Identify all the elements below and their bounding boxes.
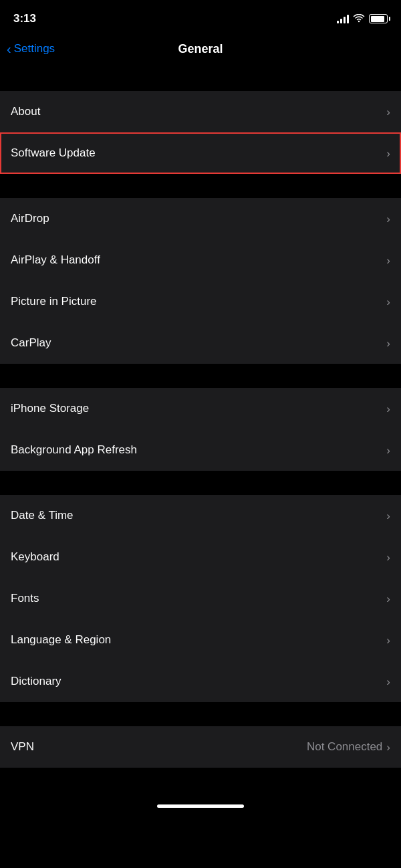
row-background-app-refresh-right: › xyxy=(386,445,390,456)
row-keyboard[interactable]: Keyboard › xyxy=(0,536,401,578)
section-gap-5 xyxy=(0,702,401,726)
row-software-update[interactable]: Software Update › xyxy=(0,132,401,174)
svg-point-0 xyxy=(358,21,360,22)
row-carplay[interactable]: CarPlay › xyxy=(0,322,401,364)
row-iphone-storage-label: iPhone Storage xyxy=(11,402,89,415)
status-icons xyxy=(337,14,388,23)
row-date-time-right: › xyxy=(386,510,390,522)
section-gap-4 xyxy=(0,471,401,495)
row-vpn-right: Not Connected › xyxy=(307,740,390,754)
status-time: 3:13 xyxy=(13,12,36,25)
section-2: AirDrop › AirPlay & Handoff › Picture in… xyxy=(0,198,401,364)
section-gap-3 xyxy=(0,364,401,388)
chevron-keyboard-icon: › xyxy=(386,552,390,563)
row-airplay-handoff-right: › xyxy=(386,255,390,266)
section-vpn: VPN Not Connected › xyxy=(0,726,401,768)
row-carplay-right: › xyxy=(386,338,390,349)
chevron-fonts-icon: › xyxy=(386,593,390,605)
row-iphone-storage-right: › xyxy=(386,403,390,415)
nav-header: ‹ Settings General xyxy=(0,33,401,67)
chevron-date-time-icon: › xyxy=(386,510,390,522)
row-picture-in-picture-right: › xyxy=(386,296,390,308)
row-keyboard-right: › xyxy=(386,552,390,563)
row-dictionary[interactable]: Dictionary › xyxy=(0,661,401,702)
row-about-label: About xyxy=(11,105,40,118)
home-indicator-bar xyxy=(157,804,244,808)
row-vpn-label: VPN xyxy=(11,740,34,754)
row-software-update-label: Software Update xyxy=(11,146,96,160)
home-indicator xyxy=(0,794,401,817)
back-chevron-icon: ‹ xyxy=(7,42,11,56)
chevron-dictionary-icon: › xyxy=(386,676,390,687)
page-title: General xyxy=(178,42,223,56)
row-dictionary-right: › xyxy=(386,676,390,687)
chevron-airdrop-icon: › xyxy=(386,213,390,225)
row-dictionary-label: Dictionary xyxy=(11,675,61,688)
chevron-airplay-handoff-icon: › xyxy=(386,255,390,266)
battery-icon xyxy=(369,14,388,23)
row-iphone-storage[interactable]: iPhone Storage › xyxy=(0,388,401,429)
row-background-app-refresh[interactable]: Background App Refresh › xyxy=(0,429,401,471)
signal-bar-4 xyxy=(347,15,349,23)
bottom-gap xyxy=(0,768,401,794)
section-gap-1 xyxy=(0,67,401,91)
chevron-picture-in-picture-icon: › xyxy=(386,296,390,308)
section-1: About › Software Update › xyxy=(0,91,401,174)
row-carplay-label: CarPlay xyxy=(11,336,51,350)
row-keyboard-label: Keyboard xyxy=(11,550,59,564)
row-vpn[interactable]: VPN Not Connected › xyxy=(0,726,401,768)
back-label: Settings xyxy=(14,42,55,56)
row-vpn-value: Not Connected xyxy=(307,740,382,754)
chevron-vpn-icon: › xyxy=(386,742,390,753)
chevron-iphone-storage-icon: › xyxy=(386,403,390,415)
row-airplay-handoff-label: AirPlay & Handoff xyxy=(11,253,100,267)
row-software-update-right: › xyxy=(386,148,390,159)
section-3: iPhone Storage › Background App Refresh … xyxy=(0,388,401,471)
section-gap-2 xyxy=(0,174,401,198)
row-date-time[interactable]: Date & Time › xyxy=(0,495,401,536)
row-language-region[interactable]: Language & Region › xyxy=(0,619,401,661)
chevron-background-app-refresh-icon: › xyxy=(386,445,390,456)
section-4: Date & Time › Keyboard › Fonts › Languag… xyxy=(0,495,401,702)
back-button[interactable]: ‹ Settings xyxy=(7,42,55,56)
row-fonts-right: › xyxy=(386,593,390,605)
battery-fill xyxy=(371,16,385,22)
row-date-time-label: Date & Time xyxy=(11,509,74,522)
row-airplay-handoff[interactable]: AirPlay & Handoff › xyxy=(0,239,401,281)
row-picture-in-picture-label: Picture in Picture xyxy=(11,295,97,308)
signal-bar-2 xyxy=(340,19,342,23)
signal-bar-1 xyxy=(337,21,339,23)
row-about[interactable]: About › xyxy=(0,91,401,132)
row-fonts[interactable]: Fonts › xyxy=(0,578,401,619)
chevron-language-region-icon: › xyxy=(386,635,390,646)
row-language-region-label: Language & Region xyxy=(11,633,111,647)
wifi-icon xyxy=(353,14,365,23)
row-airdrop-label: AirDrop xyxy=(11,212,49,225)
row-background-app-refresh-label: Background App Refresh xyxy=(11,443,137,457)
row-about-right: › xyxy=(386,106,390,118)
status-bar: 3:13 xyxy=(0,0,401,33)
signal-bars-icon xyxy=(337,14,349,23)
row-language-region-right: › xyxy=(386,635,390,646)
chevron-software-update-icon: › xyxy=(386,148,390,159)
row-airdrop-right: › xyxy=(386,213,390,225)
row-airdrop[interactable]: AirDrop › xyxy=(0,198,401,239)
chevron-about-icon: › xyxy=(386,106,390,118)
signal-bar-3 xyxy=(344,17,346,23)
row-fonts-label: Fonts xyxy=(11,592,39,605)
chevron-carplay-icon: › xyxy=(386,338,390,349)
row-picture-in-picture[interactable]: Picture in Picture › xyxy=(0,281,401,322)
